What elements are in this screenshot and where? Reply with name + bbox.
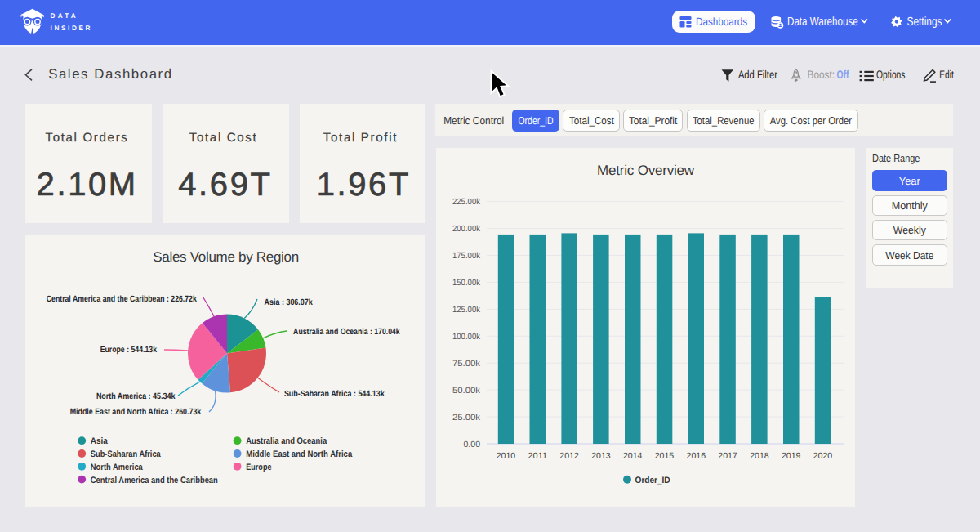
svg-text:Central America and the Caribb: Central America and the Caribbean : 226.… — [47, 294, 197, 304]
svg-text:Europe: Europe — [246, 463, 271, 472]
svg-text:2019: 2019 — [782, 451, 801, 461]
svg-text:25.00k: 25.00k — [452, 413, 481, 422]
svg-text:150.00k: 150.00k — [452, 278, 481, 288]
svg-text:Europe : 544.13k: Europe : 544.13k — [100, 345, 157, 355]
svg-text:2015: 2015 — [655, 451, 675, 461]
svg-text:Week Date: Week Date — [885, 249, 933, 262]
svg-text:2018: 2018 — [750, 451, 769, 461]
svg-text:2013: 2013 — [591, 451, 611, 461]
svg-text:1.96T: 1.96T — [317, 167, 411, 203]
svg-text:4.69T: 4.69T — [178, 167, 272, 203]
svg-text:Options: Options — [876, 68, 906, 81]
svg-text:Weekly: Weekly — [893, 224, 926, 236]
svg-text:175.00k: 175.00k — [452, 251, 481, 261]
svg-text:Asia : 306.07k: Asia : 306.07k — [265, 297, 313, 307]
svg-text:Monthly: Monthly — [892, 199, 928, 212]
svg-text:225.00k: 225.00k — [452, 197, 481, 207]
svg-text:Metric Overview: Metric Overview — [597, 163, 695, 178]
svg-text:Middle East and North Africa: Middle East and North Africa — [246, 449, 353, 459]
svg-text:North America: North America — [91, 463, 144, 472]
svg-text:Year: Year — [899, 175, 921, 187]
svg-text:Metric Control: Metric Control — [443, 114, 504, 127]
svg-text:Australia and Oceania: Australia and Oceania — [246, 436, 327, 446]
svg-text:Total_Revenue: Total_Revenue — [693, 114, 755, 127]
svg-text:Middle East and North Africa :: Middle East and North Africa : 260.73k — [70, 407, 202, 417]
svg-text:Settings: Settings — [907, 16, 942, 29]
svg-text:DATA: DATA — [51, 12, 78, 20]
svg-text:Avg. Cost per Order: Avg. Cost per Order — [770, 114, 853, 127]
svg-text:Boost:: Boost: — [808, 68, 835, 81]
svg-text:Sales Dashboard: Sales Dashboard — [48, 66, 172, 82]
svg-text:North America : 45.34k: North America : 45.34k — [96, 391, 176, 401]
svg-text:Australia and Oceania : 170.04: Australia and Oceania : 170.04k — [293, 327, 400, 337]
svg-text:Dashboards: Dashboards — [696, 16, 747, 28]
svg-text:Date Range: Date Range — [872, 152, 920, 164]
svg-text:Total Orders: Total Orders — [45, 131, 128, 145]
svg-text:2014: 2014 — [623, 451, 643, 461]
svg-text:2020: 2020 — [813, 451, 833, 461]
svg-text:200.00k: 200.00k — [452, 224, 481, 234]
svg-text:2012: 2012 — [559, 451, 579, 461]
svg-text:Order_ID: Order_ID — [635, 476, 670, 485]
svg-text:Sub-Saharan Africa: Sub-Saharan Africa — [91, 449, 162, 459]
svg-text:Order_ID: Order_ID — [518, 114, 553, 127]
svg-text:2011: 2011 — [528, 451, 548, 461]
svg-text:2017: 2017 — [718, 451, 737, 461]
svg-text:Total Profit: Total Profit — [323, 131, 398, 145]
svg-text:100.00k: 100.00k — [452, 332, 481, 342]
svg-text:Sub-Saharan Africa : 544.13k: Sub-Saharan Africa : 544.13k — [284, 389, 385, 399]
svg-text:2016: 2016 — [687, 451, 706, 461]
svg-text:Data Warehouse: Data Warehouse — [787, 16, 858, 29]
svg-text:INSIDER: INSIDER — [51, 25, 92, 32]
svg-text:Central America and the Caribb: Central America and the Caribbean — [91, 476, 218, 485]
svg-text:Total Cost: Total Cost — [189, 131, 258, 145]
svg-text:125.00k: 125.00k — [452, 305, 481, 315]
svg-text:50.00k: 50.00k — [452, 386, 481, 396]
svg-text:Asia: Asia — [91, 436, 109, 446]
svg-text:Add Filter: Add Filter — [738, 68, 777, 81]
svg-text:Off: Off — [837, 68, 849, 81]
svg-text:Total_Cost: Total_Cost — [569, 114, 614, 127]
svg-text:75.00k: 75.00k — [452, 359, 481, 369]
svg-text:2.10M: 2.10M — [37, 167, 138, 203]
svg-text:Sales Volume by Region: Sales Volume by Region — [153, 249, 299, 265]
svg-text:Edit: Edit — [939, 68, 954, 81]
svg-text:Total_Profit: Total_Profit — [629, 114, 678, 127]
svg-text:0.00: 0.00 — [464, 440, 481, 449]
svg-text:2010: 2010 — [497, 451, 516, 461]
